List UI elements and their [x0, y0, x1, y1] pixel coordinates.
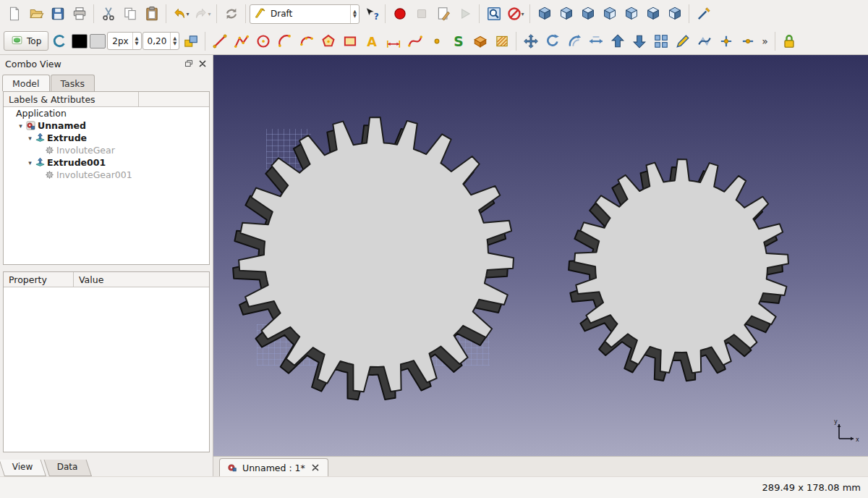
toolbar-overflow-chevron[interactable]: » — [759, 35, 771, 47]
tab-view[interactable]: View — [0, 460, 46, 476]
text-scale-spinner[interactable]: 0,20▲▼ — [142, 32, 180, 50]
combo-view-title: Combo View — [5, 59, 61, 69]
tree-item-involutegear001[interactable]: InvoluteGear001 — [4, 169, 209, 181]
new-document-button[interactable] — [4, 3, 25, 25]
tree-item-involutegear[interactable]: InvoluteGear — [4, 144, 209, 156]
draft-move-button[interactable] — [520, 30, 541, 52]
draft-dimension-button[interactable] — [383, 30, 404, 52]
value-column-header[interactable]: Value — [74, 272, 209, 287]
draft-downgrade-button[interactable] — [629, 30, 650, 52]
draft-wire-to-bspline-button[interactable] — [694, 30, 715, 52]
paste-button[interactable] — [141, 3, 162, 25]
redo-button[interactable]: ▾ — [192, 3, 213, 25]
line-width-spinner[interactable]: 2px▲▼ — [107, 32, 141, 50]
close-document-icon[interactable] — [310, 463, 320, 473]
expander-icon[interactable]: ▾ — [25, 135, 35, 142]
property-mode-tabs: View Data — [4, 460, 95, 476]
draft-circle-button[interactable] — [252, 30, 273, 52]
face-color-swatch[interactable] — [90, 34, 106, 48]
close-panel-icon[interactable] — [197, 59, 208, 69]
construction-mode-button[interactable] — [49, 30, 70, 52]
draft-text-button[interactable]: A — [361, 30, 382, 52]
draft-facebinder-button[interactable] — [469, 30, 490, 52]
line-color-swatch[interactable] — [72, 34, 88, 48]
cut-button[interactable] — [98, 3, 119, 25]
draft-del-point-button[interactable] — [737, 30, 758, 52]
expander-icon[interactable]: ▾ — [25, 159, 35, 166]
workbench-selector-spin-icons[interactable]: ▲▼ — [350, 5, 359, 23]
panel-splitter[interactable] — [0, 265, 213, 271]
redo-button-dropdown-icon[interactable]: ▾ — [208, 11, 210, 17]
line-width-spinner-arrows[interactable]: ▲▼ — [132, 33, 141, 49]
tab-data[interactable]: Data — [44, 460, 92, 476]
draw-style-button[interactable]: ▾ — [505, 3, 526, 25]
combo-view-titlebar[interactable]: Combo View — [0, 55, 213, 72]
tab-tasks[interactable]: Tasks — [51, 75, 95, 91]
draft-polyline-button[interactable] — [231, 30, 252, 52]
draft-shapestring-button[interactable]: S — [448, 30, 469, 52]
draft-offset-button[interactable] — [563, 30, 584, 52]
draft-edit-button[interactable] — [672, 30, 693, 52]
view-left-button[interactable] — [664, 3, 685, 25]
macro-record-button[interactable] — [389, 3, 410, 25]
view-front-button[interactable] — [556, 3, 576, 25]
workbench-selector[interactable]: Draft▲▼ — [250, 4, 359, 24]
draft-rotate-button[interactable] — [542, 30, 563, 52]
InvoluteGear-face[interactable] — [239, 117, 514, 392]
tree-column-header[interactable]: Labels & Attributes — [4, 92, 139, 106]
draft-hatch-button[interactable] — [491, 30, 512, 52]
autogroup-button[interactable] — [180, 30, 201, 52]
view-right-button[interactable] — [599, 3, 620, 25]
draft-upgrade-button[interactable] — [607, 30, 628, 52]
undo-button-dropdown-icon[interactable]: ▾ — [186, 11, 189, 17]
draft-arc-button[interactable] — [274, 30, 295, 52]
copy-button[interactable] — [119, 3, 140, 25]
gear-icon — [44, 169, 56, 180]
save-button[interactable] — [47, 3, 68, 25]
tree-item-label: InvoluteGear001 — [56, 169, 132, 180]
macro-edit-button[interactable] — [433, 3, 454, 25]
tree-item-label: Extrude001 — [47, 157, 106, 168]
svg-text:?: ? — [373, 12, 378, 22]
tree-item-unnamed[interactable]: ▾Unnamed — [4, 119, 209, 132]
undo-button[interactable]: ▾ — [170, 3, 191, 25]
expander-icon[interactable]: ▾ — [16, 122, 25, 130]
document-tab-unnamed[interactable]: Unnamed : 1* — [219, 458, 328, 476]
view-rear-button[interactable] — [621, 3, 642, 25]
measure-distance-button[interactable] — [693, 3, 714, 25]
draft-bspline-button[interactable] — [404, 30, 425, 52]
draft-rectangle-button[interactable] — [339, 30, 360, 52]
plane-top-icon — [11, 34, 23, 48]
working-plane-button[interactable]: Top — [4, 31, 48, 51]
line-width-spinner-value: 2px — [112, 36, 128, 46]
macro-stop-button[interactable] — [411, 3, 432, 25]
refresh-button[interactable] — [221, 3, 242, 25]
extrude-icon — [35, 157, 47, 168]
open-document-button[interactable] — [25, 3, 46, 25]
text-scale-spinner-arrows[interactable]: ▲▼ — [170, 33, 179, 49]
tree-item-extrude001[interactable]: ▾Extrude001 — [4, 156, 209, 169]
3d-viewport[interactable]: x y — [213, 55, 868, 456]
print-button[interactable] — [69, 3, 90, 25]
draft-add-point-button[interactable] — [715, 30, 736, 52]
draft-line-button[interactable] — [209, 30, 230, 52]
tab-model[interactable]: Model — [2, 75, 50, 91]
draft-polygon-button[interactable] — [318, 30, 339, 52]
float-panel-icon[interactable] — [184, 59, 194, 69]
draft-trimex-button[interactable] — [585, 30, 606, 52]
draft-array-button[interactable] — [650, 30, 671, 52]
view-bottom-button[interactable] — [642, 3, 663, 25]
snap-lock-button[interactable] — [779, 30, 800, 52]
view-axonometric-button[interactable] — [534, 3, 555, 25]
whats-this-button[interactable]: ? — [360, 3, 381, 25]
draft-point-button[interactable] — [426, 30, 447, 52]
property-column-header[interactable]: Property — [4, 272, 74, 287]
macro-play-button[interactable] — [454, 3, 475, 25]
draw-style-button-dropdown-icon[interactable]: ▾ — [521, 11, 524, 17]
draft-arc-3points-button[interactable] — [296, 30, 317, 52]
InvoluteGear001-face[interactable] — [574, 159, 788, 373]
view-top-button[interactable] — [577, 3, 598, 25]
axis-y-label: y — [834, 418, 838, 425]
fit-all-button[interactable] — [483, 3, 504, 25]
tree-item-extrude[interactable]: ▾Extrude — [4, 132, 209, 144]
